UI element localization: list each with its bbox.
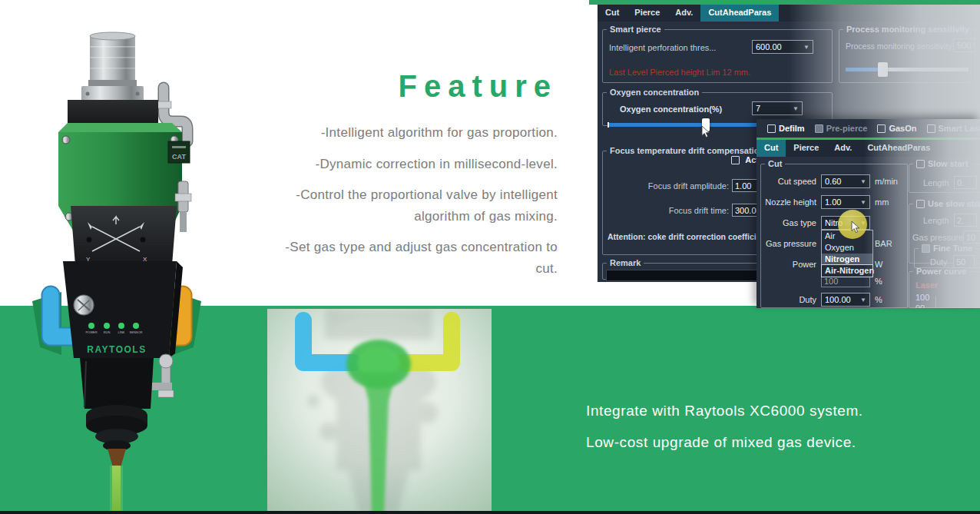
smart-pierce-title: Smart pierce bbox=[607, 25, 664, 34]
win2-tab-pierce[interactable]: Pierce bbox=[786, 140, 826, 157]
process-slider-thumb[interactable] bbox=[878, 62, 888, 77]
remark-title: Remark bbox=[607, 258, 644, 267]
led-label-run: RUN bbox=[104, 330, 111, 334]
checkbox-icon[interactable] bbox=[731, 156, 740, 164]
gason-checkbox[interactable]: GasOn bbox=[877, 124, 916, 133]
chevron-down-icon: ▼ bbox=[793, 105, 799, 112]
smart-laseroff-checkbox[interactable]: Smart LaserOff bbox=[927, 124, 980, 133]
pierce-warning-text: Last Level Pierced height Lim 12 mm. bbox=[609, 68, 750, 77]
duty-unit: % bbox=[875, 295, 882, 304]
power-percent-unit: % bbox=[875, 277, 882, 286]
fiber-connector bbox=[81, 32, 144, 101]
perforation-threshold-label: Intelligent perforation thres... bbox=[609, 43, 716, 52]
checkbox-icon[interactable] bbox=[767, 124, 776, 133]
feature-bullet-3: -Control the proportional valve by intel… bbox=[260, 184, 558, 227]
slow-stop-length-input[interactable]: 2. bbox=[954, 214, 977, 227]
led-label-sensor: SENSOR bbox=[130, 330, 143, 334]
perforation-threshold-select[interactable]: 600.00▼ bbox=[752, 40, 813, 54]
focus-drift-title: Focus temperature drift compensation bbox=[607, 146, 767, 155]
fine-tune-legend: Fine Tune bbox=[919, 244, 975, 253]
checkbox-icon[interactable] bbox=[916, 200, 925, 208]
bottom-dark-strip bbox=[0, 511, 980, 514]
gas-option-nitrogen[interactable]: Nitrogen bbox=[822, 254, 872, 265]
oxygen-label: Oxygen concentration(%) bbox=[620, 104, 722, 114]
feature-title: Feature bbox=[260, 69, 558, 104]
gas-option-air-nitrogen[interactable]: Air-Nitrogen bbox=[822, 265, 872, 277]
win2-tabbar: Cut Pierce Adv. CutAheadParas bbox=[757, 140, 980, 157]
process-sensitivity-slider[interactable] bbox=[846, 68, 968, 71]
process-monitoring-title: Process monitoring sensitivity bbox=[843, 25, 972, 34]
fine-tune-duty-label: Duty bbox=[930, 257, 948, 267]
checkbox-icon[interactable] bbox=[922, 244, 930, 253]
led-section: POWER RUN LINK SENSOR RayTools bbox=[63, 261, 183, 358]
slow-start-legend: Slow start bbox=[913, 159, 972, 168]
checkbox-icon[interactable] bbox=[815, 124, 823, 133]
top-green-strip bbox=[589, 0, 980, 5]
banner-text-block: Integrate with Raytools XC6000 system. L… bbox=[586, 403, 863, 466]
axis-panel: Y X bbox=[71, 206, 177, 265]
cut-speed-select[interactable]: 0.60▼ bbox=[821, 174, 870, 188]
banner-line-1: Integrate with Raytools XC6000 system. bbox=[586, 403, 863, 419]
power-label: Power bbox=[761, 260, 816, 269]
checkbox-icon[interactable] bbox=[916, 160, 925, 168]
nozzle-height-label: Nozzle height bbox=[761, 197, 816, 207]
process-option-row: Defilm Pre-pierce GasOn Smart LaserOff C… bbox=[757, 119, 980, 138]
cut-speed-unit: m/min bbox=[875, 177, 898, 186]
power-curve-title: Power curve bbox=[913, 267, 969, 276]
gas-type-label: Gas type bbox=[761, 218, 816, 227]
process-sensitivity-label: Process monitoring sensitivity bbox=[846, 41, 952, 51]
slow-start-length-input[interactable]: 0. bbox=[954, 176, 977, 189]
feature-section: Feature -Intelligent algorithm for gas p… bbox=[260, 69, 558, 289]
power-curve-group: Power curve Laser 100 90 bbox=[909, 267, 980, 308]
win1-tab-cutaheadparas[interactable]: CutAheadParas bbox=[700, 5, 779, 22]
remark-group: Remark bbox=[602, 258, 768, 280]
slow-start-group: Slow start Length 0. bbox=[909, 159, 980, 193]
banner-line-2: Low-cost upgrade of mixed gas device. bbox=[586, 434, 863, 451]
win2-tab-adv[interactable]: Adv. bbox=[826, 140, 859, 157]
cut-speed-label: Cut speed bbox=[761, 177, 816, 186]
slow-stop-gas-pressure-label: Gas pressure bbox=[912, 233, 963, 242]
slow-start-length-label: Length bbox=[923, 178, 949, 187]
gas-pressure-unit: BAR bbox=[875, 239, 892, 248]
nozzle-height-select[interactable]: 1.00▼ bbox=[821, 195, 870, 209]
checkbox-icon[interactable] bbox=[877, 124, 886, 133]
pre-pierce-checkbox[interactable]: Pre-pierce bbox=[815, 124, 868, 133]
process-monitoring-group: Process monitoring sensitivity Process m… bbox=[839, 25, 975, 83]
slow-stop-group: Use slow stop Length 2. Gas pressure 10 … bbox=[909, 199, 980, 264]
duty-select[interactable]: 100.00▼ bbox=[821, 293, 870, 307]
win1-tab-pierce[interactable]: Pierce bbox=[627, 5, 667, 22]
focus-amplitude-label: Focus drift amplitude: bbox=[606, 181, 729, 191]
win1-tabbar: Cut Pierce Adv. CutAheadParas bbox=[598, 5, 980, 22]
defilm-checkbox[interactable]: Defilm bbox=[767, 124, 805, 133]
laser-beam bbox=[110, 466, 123, 514]
gas-pressure-label: Gas pressure bbox=[761, 239, 816, 248]
nozzle-assembly bbox=[80, 354, 174, 469]
slow-stop-gas-pressure-input[interactable]: 10 bbox=[963, 230, 980, 244]
fine-tune-group: Fine Tune Duty 50 bbox=[914, 244, 980, 268]
laser-head-illustration: CAT Y X bbox=[0, 0, 265, 514]
svg-text:CAT: CAT bbox=[172, 153, 186, 161]
checkbox-icon[interactable] bbox=[927, 124, 935, 133]
feature-bullet-1: -Intelligent algorithm for gas proportio… bbox=[260, 122, 558, 144]
win2-tab-cutaheadparas[interactable]: CutAheadParas bbox=[859, 140, 938, 157]
oxygen-select[interactable]: 7▼ bbox=[752, 101, 803, 115]
cut-group-title: Cut bbox=[765, 159, 785, 168]
remark-textarea[interactable] bbox=[606, 270, 763, 281]
process-sensitivity-select[interactable]: 500.00▼ bbox=[953, 38, 975, 52]
chevron-down-icon: ▼ bbox=[860, 178, 866, 185]
win1-tab-adv[interactable]: Adv. bbox=[667, 5, 700, 22]
chevron-down-icon: ▼ bbox=[860, 199, 866, 206]
software-window-cut: Defilm Pre-pierce GasOn Smart LaserOff C… bbox=[757, 119, 980, 308]
chevron-down-icon: ▼ bbox=[803, 44, 809, 51]
power-unit: W bbox=[875, 260, 882, 269]
power-curve-plot bbox=[935, 296, 980, 308]
oxygen-title: Oxygen concentration bbox=[607, 88, 702, 97]
win2-tab-cut[interactable]: Cut bbox=[757, 140, 786, 157]
led-label-link: LINK bbox=[118, 330, 125, 334]
duty-label: Duty bbox=[761, 295, 816, 304]
focus-drift-group: Focus temperature drift compensation Act… bbox=[602, 146, 768, 255]
power-curve-y100: 100 bbox=[915, 293, 929, 302]
slow-stop-legend: Use slow stop bbox=[913, 199, 980, 208]
gas-option-oxygen[interactable]: Oxygen bbox=[822, 242, 872, 254]
win1-tab-cut[interactable]: Cut bbox=[598, 5, 627, 22]
